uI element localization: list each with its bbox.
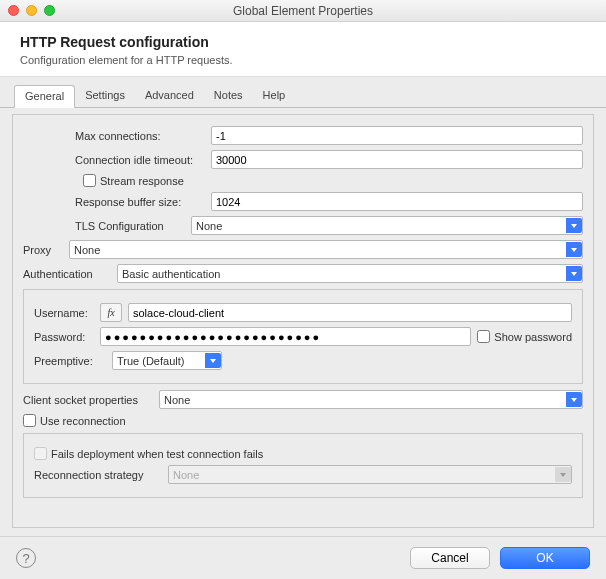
tab-notes[interactable]: Notes — [204, 85, 253, 107]
stream-response-checkbox[interactable] — [83, 174, 96, 187]
password-label: Password: — [34, 331, 94, 343]
scroll-region[interactable]: Max connections: Connection idle timeout… — [12, 114, 594, 528]
preemptive-label: Preemptive: — [34, 355, 106, 367]
client-socket-value: None — [164, 394, 190, 406]
authentication-value: Basic authentication — [122, 268, 220, 280]
tab-general[interactable]: General — [14, 85, 75, 108]
preemptive-select[interactable]: True (Default) — [112, 351, 222, 370]
tls-config-value: None — [196, 220, 222, 232]
tab-bar: General Settings Advanced Notes Help — [0, 77, 606, 108]
chevron-down-icon — [566, 242, 582, 257]
fails-deployment-label: Fails deployment when test connection fa… — [51, 448, 263, 460]
chevron-down-icon — [566, 392, 582, 407]
show-password-label: Show password — [494, 331, 572, 343]
response-buffer-label: Response buffer size: — [75, 196, 205, 208]
tab-advanced[interactable]: Advanced — [135, 85, 204, 107]
authentication-select[interactable]: Basic authentication — [117, 264, 583, 283]
client-socket-label: Client socket properties — [23, 394, 153, 406]
tls-config-label: TLS Configuration — [75, 220, 185, 232]
reconnection-strategy-label: Reconnection strategy — [34, 469, 162, 481]
proxy-value: None — [74, 244, 100, 256]
tls-config-select[interactable]: None — [191, 216, 583, 235]
fails-deployment-checkbox — [34, 447, 47, 460]
password-wrap: Show password — [100, 327, 572, 346]
use-reconnection-checkbox[interactable] — [23, 414, 36, 427]
tab-help[interactable]: Help — [253, 85, 296, 107]
tab-settings[interactable]: Settings — [75, 85, 135, 107]
chevron-down-icon — [566, 218, 582, 233]
username-input[interactable] — [128, 303, 572, 322]
preemptive-value: True (Default) — [117, 355, 184, 367]
help-icon[interactable]: ? — [16, 548, 36, 568]
client-socket-select[interactable]: None — [159, 390, 583, 409]
idle-timeout-input[interactable] — [211, 150, 583, 169]
reconnection-strategy-value: None — [173, 469, 199, 481]
page-title: HTTP Request configuration — [20, 34, 586, 50]
page-subtitle: Configuration element for a HTTP request… — [20, 54, 586, 66]
dialog-window: Global Element Properties HTTP Request c… — [0, 0, 606, 579]
password-input[interactable] — [100, 327, 471, 346]
use-reconnection-label: Use reconnection — [40, 415, 126, 427]
header: HTTP Request configuration Configuration… — [0, 22, 606, 77]
content-panel: Max connections: Connection idle timeout… — [0, 108, 606, 536]
idle-timeout-label: Connection idle timeout: — [75, 154, 205, 166]
show-password-checkbox[interactable] — [477, 330, 490, 343]
proxy-label: Proxy — [23, 244, 63, 256]
chevron-down-icon — [205, 353, 221, 368]
chevron-down-icon — [555, 467, 571, 482]
username-label: Username: — [34, 307, 94, 319]
authentication-label: Authentication — [23, 268, 111, 280]
reconnection-group: Fails deployment when test connection fa… — [23, 433, 583, 498]
response-buffer-input[interactable] — [211, 192, 583, 211]
max-connections-label: Max connections: — [75, 130, 205, 142]
expression-icon[interactable]: fx — [100, 303, 122, 322]
proxy-select[interactable]: None — [69, 240, 583, 259]
footer: ? Cancel OK — [0, 536, 606, 579]
chevron-down-icon — [566, 266, 582, 281]
auth-group: Username:fx Password:Show password Preem… — [23, 289, 583, 384]
ok-button[interactable]: OK — [500, 547, 590, 569]
max-connections-input[interactable] — [211, 126, 583, 145]
window-title: Global Element Properties — [0, 4, 606, 18]
titlebar[interactable]: Global Element Properties — [0, 0, 606, 22]
reconnection-strategy-select: None — [168, 465, 572, 484]
cancel-button[interactable]: Cancel — [410, 547, 490, 569]
stream-response-label: Stream response — [100, 175, 184, 187]
